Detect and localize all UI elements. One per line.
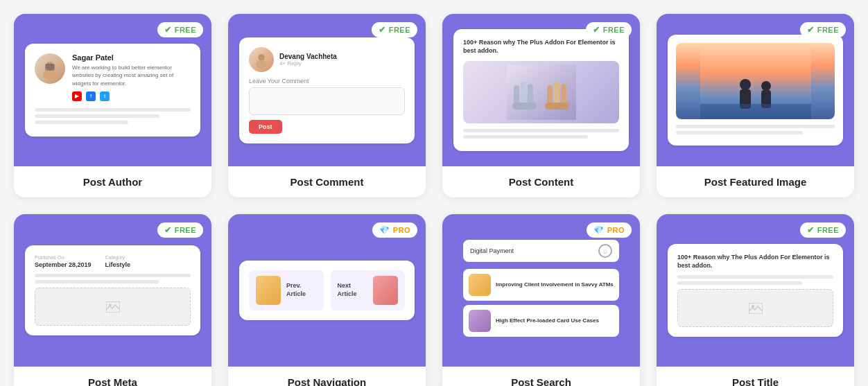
card-preview-post-navigation: 💎 PRO Prev. Article Next Article	[228, 214, 426, 367]
content-line	[35, 114, 159, 118]
author-name: Sagar Patel	[72, 53, 191, 62]
meta-row: Published On September 28,2019 Category …	[35, 255, 191, 268]
card-preview-post-comment: ✔ FREE Devang Vachheta 4+ Reply	[228, 14, 426, 166]
search-result-2: High Effect Pre-loaded Card Use Cases	[463, 305, 619, 337]
card-label-post-search: Post Search	[442, 367, 640, 386]
nav-prev-thumb	[256, 276, 281, 305]
nav-prev-item: Prev. Article	[249, 270, 324, 310]
comment-input-field[interactable]	[249, 87, 405, 115]
check-icon: ✔	[164, 25, 172, 35]
card-preview-post-author: ✔ FREE Sagar Patel We are working to bui…	[14, 14, 211, 166]
card-label-post-navigation: Post Navigation	[228, 367, 426, 386]
comment-reply-count: 4+ Reply	[279, 60, 337, 67]
svg-rect-19	[700, 104, 811, 119]
card-preview-post-featured-image: ✔ FREE	[657, 14, 854, 166]
nav-next-item: Next Article	[331, 270, 406, 310]
nav-next-label: Next Article	[338, 282, 368, 298]
check-icon: ✔	[807, 225, 815, 235]
content-widget: 100+ Reason why The Plus Addon For Eleme…	[453, 29, 629, 150]
card-post-meta: ✔ FREE Published On September 28,2019 Ca…	[14, 214, 211, 386]
author-info: Sagar Patel We are working to build bett…	[72, 53, 191, 101]
facebook-icon: f	[86, 91, 96, 101]
card-label-post-featured-image: Post Featured Image	[657, 166, 854, 198]
badge-pro-post-navigation: 💎 PRO	[372, 222, 417, 238]
card-label-post-comment: Post Comment	[228, 166, 426, 198]
comment-avatar	[249, 47, 274, 72]
check-icon: ✔	[379, 25, 386, 35]
content-line	[35, 121, 128, 124]
svg-rect-2	[45, 64, 55, 71]
check-icon: ✔	[593, 25, 600, 35]
card-post-author: ✔ FREE Sagar Patel We are working to bui…	[14, 14, 211, 198]
author-widget: Sagar Patel We are working to build bett…	[25, 44, 200, 137]
search-result-1: Improving Client Involvement in Savvy AT…	[463, 269, 619, 301]
meta-category-value: Lifestyle	[105, 261, 131, 268]
badge-pro-post-search: 💎 PRO	[587, 222, 632, 238]
nav-next-thumb	[373, 276, 398, 305]
content-title: 100+ Reason why The Plus Addon For Eleme…	[463, 39, 619, 55]
svg-point-17	[761, 81, 771, 91]
comment-post-button[interactable]: Post	[249, 120, 282, 134]
card-preview-post-search: 💎 PRO Digital Payment ⌕ Improving Client…	[442, 214, 640, 367]
result-thumb-1	[469, 274, 491, 296]
card-post-comment: ✔ FREE Devang Vachheta 4+ Reply	[228, 14, 426, 198]
meta-published: Published On September 28,2019	[35, 255, 92, 268]
author-top: Sagar Patel We are working to build bett…	[35, 53, 191, 101]
card-post-title: ✔ FREE 100+ Reason why The Plus Addon Fo…	[657, 214, 854, 386]
meta-published-value: September 28,2019	[35, 261, 92, 268]
author-content-lines	[35, 108, 191, 124]
svg-point-23	[752, 305, 754, 308]
badge-free-post-comment: ✔ FREE	[372, 22, 417, 37]
comment-author-info: Devang Vachheta 4+ Reply	[279, 53, 337, 67]
search-widget: Digital Payment ⌕ Improving Client Invol…	[453, 230, 629, 351]
search-icon: ⌕	[598, 244, 612, 258]
comment-author-name: Devang Vachheta	[279, 53, 337, 60]
card-post-featured-image: ✔ FREE	[657, 14, 854, 198]
badge-free-post-content: ✔ FREE	[586, 22, 632, 37]
check-icon: ✔	[164, 225, 172, 235]
badge-free-post-meta: ✔ FREE	[157, 222, 203, 238]
card-post-navigation: 💎 PRO Prev. Article Next Article Post Na…	[228, 214, 426, 386]
featured-line	[676, 131, 803, 134]
badge-free-post-title: ✔ FREE	[800, 222, 846, 238]
title-line	[677, 275, 833, 279]
title-placeholder	[677, 289, 833, 327]
author-socials: ▶ f t	[72, 91, 191, 101]
card-label-post-meta: Post Meta	[14, 367, 211, 386]
svg-point-1	[43, 70, 57, 79]
meta-line	[35, 280, 159, 283]
badge-free-post-author: ✔ FREE	[157, 22, 203, 37]
featured-image	[676, 43, 835, 119]
author-desc: We are working to build better elementor…	[72, 64, 191, 87]
featured-line	[676, 125, 835, 128]
svg-rect-11	[554, 82, 559, 106]
check-icon: ✔	[807, 25, 815, 35]
nav-prev-label: Prev. Article	[286, 282, 317, 298]
svg-rect-9	[512, 103, 537, 109]
meta-line	[35, 274, 191, 277]
meta-widget: Published On September 28,2019 Category …	[25, 245, 200, 335]
nav-row: Prev. Article Next Article	[249, 270, 405, 310]
youtube-icon: ▶	[72, 91, 82, 101]
svg-point-4	[256, 60, 267, 67]
meta-category-label: Category	[105, 255, 131, 260]
search-query: Digital Payment	[470, 247, 514, 254]
card-post-content: ✔ FREE 100+ Reason why The Plus Addon Fo…	[442, 14, 640, 198]
card-preview-post-meta: ✔ FREE Published On September 28,2019 Ca…	[14, 214, 211, 367]
result-thumb-2	[469, 310, 491, 332]
gem-icon: 💎	[379, 225, 390, 235]
card-preview-post-title: ✔ FREE 100+ Reason why The Plus Addon Fo…	[657, 214, 854, 367]
leave-comment-label: Leave Your Comment	[249, 78, 405, 85]
comment-author-row: Devang Vachheta 4+ Reply	[249, 47, 405, 72]
card-preview-post-content: ✔ FREE 100+ Reason why The Plus Addon Fo…	[442, 14, 640, 166]
title-widget: 100+ Reason why The Plus Addon For Eleme…	[668, 244, 843, 337]
meta-published-label: Published On	[35, 255, 92, 260]
widget-grid: ✔ FREE Sagar Patel We are working to bui…	[14, 14, 854, 386]
search-bar: Digital Payment ⌕	[463, 240, 619, 262]
title-line	[677, 281, 802, 285]
featured-widget	[668, 35, 843, 146]
card-label-post-content: Post Content	[442, 166, 640, 198]
content-line	[463, 129, 619, 132]
svg-point-3	[258, 54, 265, 61]
content-image	[463, 61, 619, 123]
